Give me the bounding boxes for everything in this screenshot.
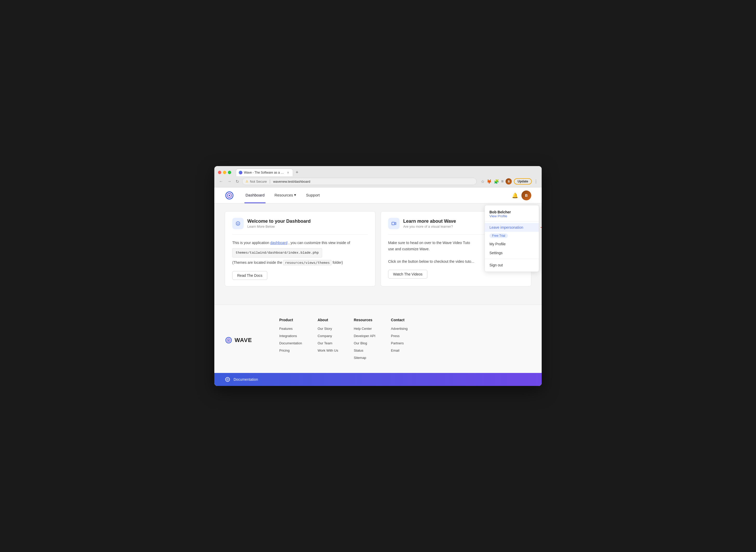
extensions-btn[interactable]: 🧩 bbox=[494, 179, 499, 184]
footer-col-product-heading: Product bbox=[279, 318, 302, 322]
watch-videos-button[interactable]: Watch The Videos bbox=[388, 270, 427, 279]
welcome-card-body: This is your application dashboard , you… bbox=[232, 240, 368, 266]
emoji-btn[interactable]: 🦊 bbox=[487, 179, 492, 184]
video-icon bbox=[391, 221, 397, 227]
list-item: Help Center bbox=[354, 326, 375, 331]
code-inline-2: resources/views/themes bbox=[283, 260, 332, 265]
app-header: Dashboard Resources ▾ Support 🔔 B Bob Be… bbox=[214, 187, 542, 203]
browser-tab-active[interactable]: Wave - The Software as a Serv × bbox=[236, 169, 293, 176]
notification-bell-icon[interactable]: 🔔 bbox=[512, 192, 518, 198]
footer-col-contact-links: Advertising Press Partners Email bbox=[391, 326, 408, 353]
bottom-bar: Documentation bbox=[214, 373, 542, 386]
user-dropdown-menu: Bob Belcher View Profile Leave impersona… bbox=[485, 205, 539, 272]
footer-logo-icon bbox=[225, 336, 232, 344]
read-docs-button[interactable]: Read The Docs bbox=[232, 271, 267, 280]
list-item: Pricing bbox=[279, 348, 302, 353]
footer-link-integrations[interactable]: Integrations bbox=[279, 334, 297, 338]
traffic-light-close[interactable] bbox=[218, 171, 221, 174]
list-item: Our Team bbox=[318, 341, 338, 346]
list-item: Company bbox=[318, 333, 338, 338]
bookmark-btn[interactable]: ☆ bbox=[481, 179, 485, 184]
browser-titlebar: Wave - The Software as a Serv × + ← → ↻ … bbox=[214, 166, 542, 187]
free-trial-badge: Free Trial bbox=[490, 233, 508, 238]
footer-col-contact-heading: Contact bbox=[391, 318, 408, 322]
footer-link-help-center[interactable]: Help Center bbox=[354, 327, 372, 330]
new-tab-button[interactable]: + bbox=[294, 169, 301, 176]
chevron-down-icon: ▾ bbox=[294, 192, 296, 197]
footer-link-features[interactable]: Features bbox=[279, 327, 293, 330]
welcome-card-subtitle: Learn More Below bbox=[247, 225, 311, 229]
profile-btn[interactable]: ≡ bbox=[501, 179, 504, 184]
user-avatar[interactable]: B bbox=[521, 190, 531, 200]
bottom-bar-logo-icon bbox=[225, 377, 230, 382]
welcome-body-text-2: (Themes are located inside the resources… bbox=[232, 260, 368, 266]
dropdown-username: Bob Belcher bbox=[490, 210, 534, 214]
tab-close-btn[interactable]: × bbox=[287, 170, 289, 175]
nav-dashboard[interactable]: Dashboard bbox=[244, 188, 265, 203]
footer-link-partners[interactable]: Partners bbox=[391, 341, 404, 345]
welcome-card-text: Welcome to your Dashboard Learn More Bel… bbox=[247, 219, 311, 229]
forward-button[interactable]: → bbox=[226, 178, 232, 184]
header-icons: 🔔 B bbox=[512, 190, 531, 200]
traffic-light-minimize[interactable] bbox=[223, 171, 226, 174]
learn-more-card-title: Learn more about Wave bbox=[403, 219, 456, 224]
security-label: Not Secure bbox=[250, 179, 267, 183]
footer-col-contact: Contact Advertising Press Partners Email bbox=[391, 318, 408, 363]
dropdown-view-profile[interactable]: View Profile bbox=[490, 214, 534, 218]
dropdown-sign-out[interactable]: Sign out bbox=[485, 261, 539, 270]
address-bar-row: ← → ↻ ⚠ Not Secure | wavenew.test/dashbo… bbox=[218, 178, 538, 187]
browser-window: Wave - The Software as a Serv × + ← → ↻ … bbox=[214, 166, 542, 386]
footer-col-about: About Our Story Company Our Team Work Wi… bbox=[318, 318, 338, 363]
dropdown-my-profile[interactable]: My Profile bbox=[485, 240, 539, 249]
welcome-card: Welcome to your Dashboard Learn More Bel… bbox=[225, 211, 375, 286]
code-path-1: themes/tailwind/dashboard/index.blade.ph… bbox=[232, 248, 322, 258]
footer-link-documentation[interactable]: Documentation bbox=[279, 341, 302, 345]
footer-link-company[interactable]: Company bbox=[318, 334, 332, 338]
footer-link-our-story[interactable]: Our Story bbox=[318, 327, 332, 330]
dropdown-header: Bob Belcher View Profile bbox=[485, 208, 539, 220]
menu-btn[interactable]: ⋮ bbox=[534, 179, 538, 184]
svg-point-11 bbox=[228, 339, 229, 341]
address-text[interactable]: wavenew.test/dashboard bbox=[273, 179, 474, 183]
footer-link-our-blog[interactable]: Our Blog bbox=[354, 341, 367, 345]
wave-logo-icon bbox=[225, 191, 234, 200]
footer-col-resources: Resources Help Center Developer API Our … bbox=[354, 318, 375, 363]
list-item: Documentation bbox=[279, 341, 302, 346]
learn-more-card-icon bbox=[388, 218, 400, 229]
nav-support[interactable]: Support bbox=[305, 188, 321, 203]
list-item: Integrations bbox=[279, 333, 302, 338]
wave-logo[interactable] bbox=[225, 191, 234, 200]
browser-avatar[interactable]: B bbox=[506, 178, 512, 184]
dashboard-link[interactable]: dashboard bbox=[270, 241, 287, 245]
reload-button[interactable]: ↻ bbox=[235, 178, 240, 184]
bottom-bar-label: Documentation bbox=[233, 377, 258, 382]
footer-link-email[interactable]: Email bbox=[391, 349, 400, 353]
footer-link-our-team[interactable]: Our Team bbox=[318, 341, 332, 345]
nav-resources[interactable]: Resources ▾ bbox=[273, 187, 297, 203]
back-button[interactable]: ← bbox=[218, 178, 224, 184]
list-item: Status bbox=[354, 348, 375, 353]
footer-link-work-with-us[interactable]: Work With Us bbox=[318, 349, 338, 353]
welcome-card-footer: Read The Docs bbox=[232, 271, 368, 280]
address-bar[interactable]: ⚠ Not Secure | wavenew.test/dashboard bbox=[242, 178, 477, 185]
footer-logo[interactable]: WAVE bbox=[225, 318, 264, 363]
footer-link-status[interactable]: Status bbox=[354, 349, 363, 353]
traffic-light-maximize[interactable] bbox=[228, 171, 231, 174]
svg-point-2 bbox=[229, 195, 230, 196]
app-content: Dashboard Resources ▾ Support 🔔 B Bob Be… bbox=[214, 187, 542, 386]
footer-link-advertising[interactable]: Advertising bbox=[391, 327, 408, 330]
smiley-icon bbox=[235, 221, 241, 227]
footer-logo-text: WAVE bbox=[235, 337, 252, 343]
dropdown-leave-impersonation[interactable]: Leave impersonation bbox=[485, 223, 539, 232]
footer-link-pricing[interactable]: Pricing bbox=[279, 349, 290, 353]
footer-link-sitemap[interactable]: Sitemap bbox=[354, 356, 366, 360]
dropdown-settings[interactable]: Settings bbox=[485, 249, 539, 257]
footer-link-developer-api[interactable]: Developer API bbox=[354, 334, 375, 338]
list-item: Work With Us bbox=[318, 348, 338, 353]
footer-link-press[interactable]: Press bbox=[391, 334, 400, 338]
svg-point-5 bbox=[237, 223, 238, 224]
list-item: Press bbox=[391, 333, 408, 338]
update-button[interactable]: Update bbox=[514, 178, 532, 184]
footer-col-resources-links: Help Center Developer API Our Blog Statu… bbox=[354, 326, 375, 360]
list-item: Features bbox=[279, 326, 302, 331]
